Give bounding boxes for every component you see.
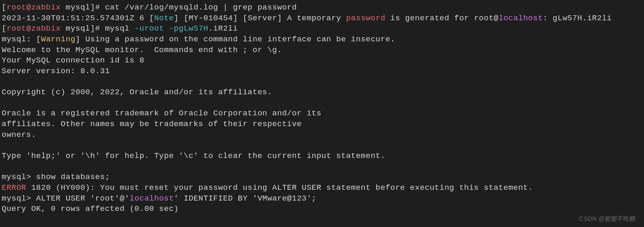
terminal-output: [root@zabbix mysql]# cat /var/log/mysqld…: [2, 3, 612, 213]
watermark: CSDN @蜜蜜不吃糖: [579, 215, 636, 223]
